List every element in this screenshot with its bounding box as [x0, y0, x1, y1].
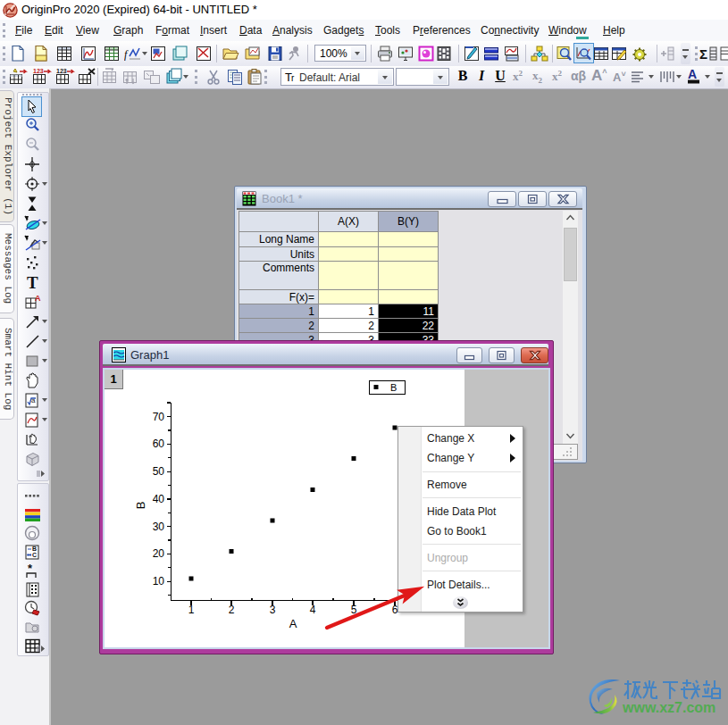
svg-text:B: B	[32, 546, 37, 552]
svg-text:50: 50	[153, 465, 165, 478]
svg-text:123: 123	[56, 68, 67, 74]
svg-text:A: A	[289, 617, 297, 630]
svg-text:4: 4	[310, 604, 316, 616]
svg-text:Σ: Σ	[699, 46, 707, 62]
svg-text:1: 1	[188, 604, 195, 616]
svg-text:B: B	[134, 502, 147, 510]
svg-text:40: 40	[153, 493, 165, 505]
svg-text:A: A	[688, 67, 697, 81]
svg-text:3: 3	[270, 604, 276, 616]
svg-text:C: C	[32, 552, 37, 558]
svg-text:20: 20	[153, 547, 165, 560]
svg-text:60: 60	[153, 438, 165, 450]
svg-text:123: 123	[33, 68, 44, 74]
svg-text:2: 2	[229, 604, 235, 616]
svg-text:10: 10	[153, 575, 165, 588]
svg-text:B: B	[390, 382, 397, 393]
svg-text:A: A	[35, 294, 41, 303]
svg-text:70: 70	[153, 411, 165, 423]
svg-text:30: 30	[153, 521, 165, 533]
svg-text:a: a	[31, 396, 36, 404]
svg-text:T: T	[27, 273, 38, 292]
svg-text:f: f	[124, 48, 129, 61]
